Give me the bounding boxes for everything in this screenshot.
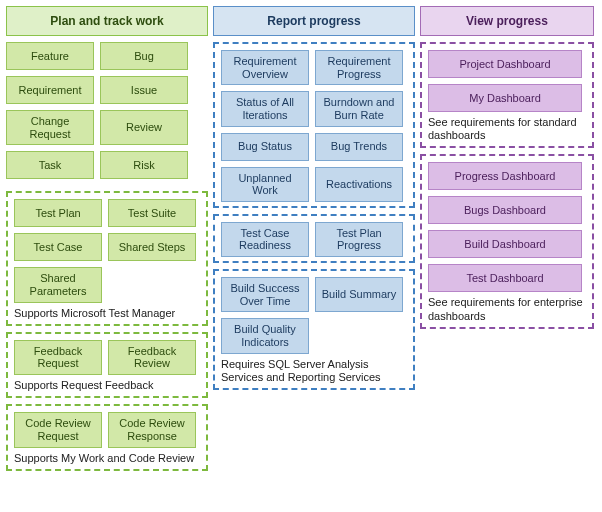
dashboard-project: Project Dashboard xyxy=(428,50,582,78)
column-header-plan: Plan and track work xyxy=(6,6,208,36)
diagram-root: Plan and track work Feature Bug Requirem… xyxy=(6,6,596,477)
dashboard-progress: Progress Dashboard xyxy=(428,162,582,190)
workitem-shared-steps: Shared Steps xyxy=(108,233,196,261)
report-build-summary: Build Summary xyxy=(315,277,403,312)
report-requirement-overview: Requirement Overview xyxy=(221,50,309,85)
caption-view-enterprise: See requirements for enterprise dashboar… xyxy=(428,296,586,322)
workitem-review: Review xyxy=(100,110,188,145)
workitem-feature: Feature xyxy=(6,42,94,70)
group-view-standard: Project Dashboard My Dashboard See requi… xyxy=(420,42,594,148)
workitem-issue: Issue xyxy=(100,76,188,104)
workitem-shared-parameters: Shared Parameters xyxy=(14,267,102,302)
caption-test-plan: Supports Microsoft Test Manager xyxy=(14,307,200,320)
group-feedback: Feedback Request Feedback Review Support… xyxy=(6,332,208,398)
group-view-enterprise: Progress Dashboard Bugs Dashboard Build … xyxy=(420,154,594,328)
column-plan: Plan and track work Feature Bug Requirem… xyxy=(6,6,208,477)
workitem-bug: Bug xyxy=(100,42,188,70)
workitem-code-review-request: Code Review Request xyxy=(14,412,102,447)
caption-code-review: Supports My Work and Code Review xyxy=(14,452,200,465)
report-bug-trends: Bug Trends xyxy=(315,133,403,161)
column-view: View progress Project Dashboard My Dashb… xyxy=(420,6,594,477)
report-test-case-readiness: Test Case Readiness xyxy=(221,222,309,257)
dashboard-build: Build Dashboard xyxy=(428,230,582,258)
caption-view-standard: See requirements for standard dashboards xyxy=(428,116,586,142)
group-report-reqs: Requirement Overview Requirement Progres… xyxy=(213,42,415,208)
dashboard-bugs: Bugs Dashboard xyxy=(428,196,582,224)
dashboard-my: My Dashboard xyxy=(428,84,582,112)
workitem-code-review-response: Code Review Response xyxy=(108,412,196,447)
group-work-items: Feature Bug Requirement Issue Change Req… xyxy=(6,42,208,185)
report-status-iterations: Status of All Iterations xyxy=(221,91,309,126)
report-burndown: Burndown and Burn Rate xyxy=(315,91,403,126)
workitem-test-plan: Test Plan xyxy=(14,199,102,227)
report-build-quality: Build Quality Indicators xyxy=(221,318,309,353)
report-requirement-progress: Requirement Progress xyxy=(315,50,403,85)
group-code-review: Code Review Request Code Review Response… xyxy=(6,404,208,470)
workitem-feedback-request: Feedback Request xyxy=(14,340,102,375)
workitem-task: Task xyxy=(6,151,94,179)
caption-feedback: Supports Request Feedback xyxy=(14,379,200,392)
workitem-test-suite: Test Suite xyxy=(108,199,196,227)
caption-report-build: Requires SQL Server Analysis Services an… xyxy=(221,358,407,384)
report-test-plan-progress: Test Plan Progress xyxy=(315,222,403,257)
column-header-view: View progress xyxy=(420,6,594,36)
group-report-test: Test Case Readiness Test Plan Progress xyxy=(213,214,415,263)
group-report-build: Build Success Over Time Build Summary Bu… xyxy=(213,269,415,390)
report-build-success: Build Success Over Time xyxy=(221,277,309,312)
workitem-requirement: Requirement xyxy=(6,76,94,104)
workitem-risk: Risk xyxy=(100,151,188,179)
dashboard-test: Test Dashboard xyxy=(428,264,582,292)
workitem-test-case: Test Case xyxy=(14,233,102,261)
report-unplanned-work: Unplanned Work xyxy=(221,167,309,202)
column-report: Report progress Requirement Overview Req… xyxy=(213,6,415,477)
workitem-feedback-review: Feedback Review xyxy=(108,340,196,375)
group-test-plan: Test Plan Test Suite Test Case Shared St… xyxy=(6,191,208,325)
report-reactivations: Reactivations xyxy=(315,167,403,202)
column-header-report: Report progress xyxy=(213,6,415,36)
workitem-change-request: Change Request xyxy=(6,110,94,145)
report-bug-status: Bug Status xyxy=(221,133,309,161)
